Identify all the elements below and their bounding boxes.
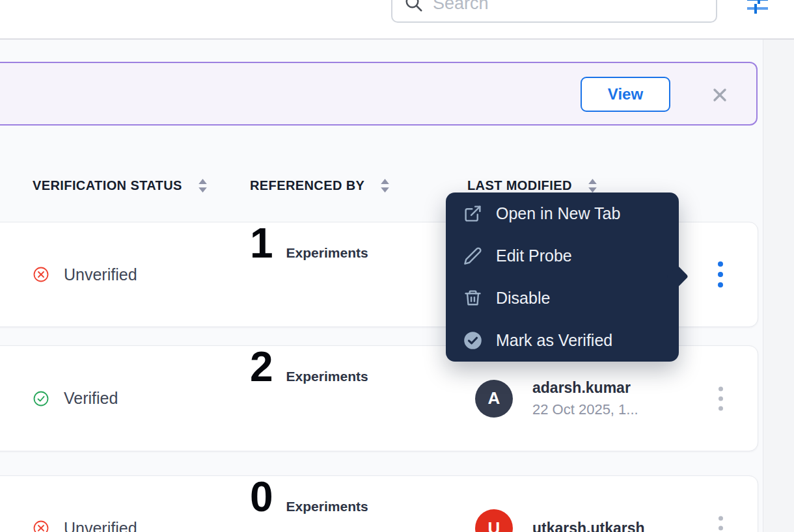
page: View VERIFICATION STATUS REFERENCED BY L… <box>0 0 794 532</box>
status-label: Unverified <box>64 519 137 532</box>
menu-item-open-in-new-tab[interactable]: Open in New Tab <box>446 193 679 235</box>
avatar: U <box>475 509 513 532</box>
verified-icon <box>33 391 49 406</box>
search-input[interactable] <box>433 0 680 14</box>
row-actions-kebab-icon[interactable] <box>712 258 729 291</box>
row-actions-kebab-icon[interactable] <box>712 512 729 532</box>
experiment-count: 1 <box>250 222 273 264</box>
unverified-icon <box>33 267 49 282</box>
status-label: Verified <box>64 389 118 408</box>
pencil-icon <box>463 246 482 265</box>
experiment-count: 2 <box>250 346 273 388</box>
modified-by-name: utkarsh.utkarsh <box>532 520 645 532</box>
right-panel-strip <box>763 40 794 532</box>
external-link-icon <box>463 204 482 223</box>
menu-item-edit-probe[interactable]: Edit Probe <box>446 235 679 277</box>
view-button[interactable]: View <box>581 77 670 112</box>
status-label: Unverified <box>64 265 137 284</box>
row-context-menu: Open in New Tab Edit Probe Disable <box>446 193 679 362</box>
sort-icon[interactable] <box>588 179 597 193</box>
menu-item-label: Edit Probe <box>496 246 572 265</box>
menu-item-disable[interactable]: Disable <box>446 277 679 319</box>
menu-item-label: Mark as Verified <box>496 331 612 350</box>
row-actions-kebab-icon[interactable] <box>712 382 729 414</box>
search-box[interactable] <box>391 0 717 23</box>
sort-icon[interactable] <box>380 179 390 193</box>
menu-item-mark-as-verified[interactable]: Mark as Verified <box>446 319 679 362</box>
sort-icon[interactable] <box>198 179 208 193</box>
column-label: VERIFICATION STATUS <box>33 178 182 193</box>
notification-banner: View <box>0 62 758 126</box>
top-bar <box>0 0 794 40</box>
table-row[interactable]: Unverified 0 Experiments U utkarsh.utkar… <box>0 475 758 532</box>
column-header-last-modified[interactable]: LAST MODIFIED <box>467 178 597 193</box>
check-circle-icon <box>463 331 482 350</box>
unverified-icon <box>33 520 49 532</box>
experiment-unit-label: Experiments <box>286 245 368 261</box>
close-icon[interactable] <box>711 86 729 104</box>
avatar: A <box>475 380 513 418</box>
column-label: LAST MODIFIED <box>467 178 572 193</box>
search-icon <box>404 0 424 13</box>
modified-by-name: adarsh.kumar <box>532 379 638 397</box>
menu-item-label: Open in New Tab <box>496 204 620 223</box>
modified-date: 22 Oct 2025, 1... <box>532 401 638 418</box>
experiment-unit-label: Experiments <box>286 369 368 384</box>
menu-item-label: Disable <box>496 289 550 308</box>
trash-icon <box>463 289 482 308</box>
column-header-referenced-by[interactable]: REFERENCED BY <box>250 178 390 193</box>
experiment-unit-label: Experiments <box>286 499 368 514</box>
column-label: REFERENCED BY <box>250 178 364 193</box>
filter-sliders-icon[interactable] <box>746 0 769 18</box>
column-header-verification-status[interactable]: VERIFICATION STATUS <box>33 178 208 193</box>
experiment-count: 0 <box>250 476 273 518</box>
